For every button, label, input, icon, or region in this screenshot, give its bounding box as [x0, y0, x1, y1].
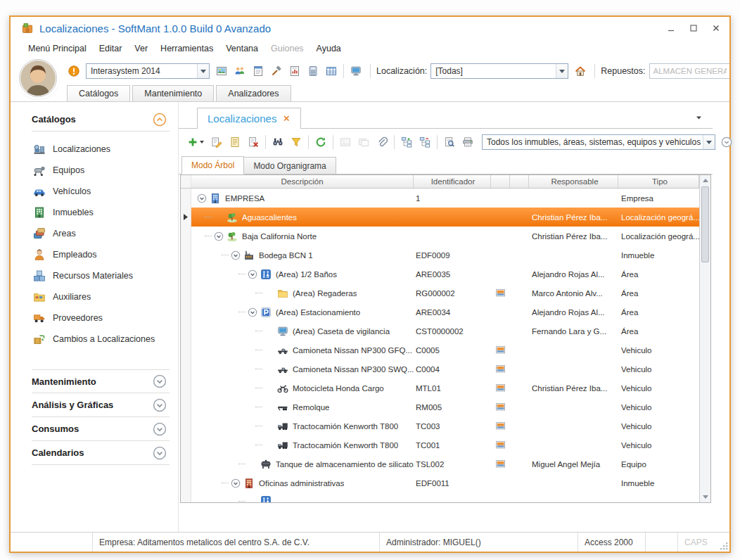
delete-button[interactable]: [245, 134, 262, 151]
circle-up-icon[interactable]: [153, 113, 167, 127]
tree-row-tanque-de-almacenamiento-de-silicatos[interactable]: Tanque de almacenamiento de silicatosTSL…: [181, 454, 699, 473]
minimize-button[interactable]: [666, 23, 676, 33]
table-button[interactable]: [323, 63, 340, 79]
users-button[interactable]: [231, 63, 248, 79]
column-header-descripcion[interactable]: Descripción: [191, 175, 414, 188]
tree-row-baja-california-norte[interactable]: Baja California NorteChristian Pérez Iba…: [181, 227, 699, 246]
menu-item-herramientas[interactable]: Herramientas: [154, 42, 219, 56]
add-button[interactable]: [184, 134, 207, 151]
tree-expander-icon[interactable]: [229, 478, 243, 488]
tree-expand-button[interactable]: [398, 134, 415, 151]
tree-row-tractocamion-kenworth-t800[interactable]: Tractocamión Kenworth T800TC001Vehiculo: [181, 435, 699, 454]
sidebar-section-consumos[interactable]: Consumos: [32, 417, 170, 441]
category-tab-mantenimiento[interactable]: Mantenimiento: [132, 85, 214, 101]
form-button[interactable]: [250, 63, 267, 79]
tools-button[interactable]: [268, 63, 285, 79]
attachment-icon[interactable]: [496, 289, 506, 297]
tab-list-icon[interactable]: [695, 113, 703, 122]
attachment-icon[interactable]: [496, 403, 506, 411]
sidebar-item-localizaciones[interactable]: Localizaciones: [32, 139, 170, 160]
resize-grip[interactable]: [717, 533, 729, 552]
tree-row-bodega-bcn-1[interactable]: Bodega BCN 1EDF0009Inmueble: [181, 246, 699, 265]
menu-item-ventana[interactable]: Ventana: [219, 42, 264, 56]
view-tab-modo-organigrama[interactable]: Modo Organigrama: [244, 157, 336, 174]
chevron-down-icon[interactable]: [556, 64, 568, 78]
tree-expander-icon[interactable]: [229, 250, 243, 260]
menu-item-guiones[interactable]: Guiones: [264, 42, 310, 56]
user-avatar[interactable]: [19, 59, 57, 97]
tree-row-oficinas-administrativas[interactable]: Oficinas administrativasEDF0011Inmueble: [181, 473, 699, 492]
menu-item-ver[interactable]: Ver: [128, 42, 154, 56]
vertical-scrollbar[interactable]: [699, 175, 710, 502]
repuestos-input[interactable]: [650, 64, 730, 78]
attachment-icon[interactable]: [496, 346, 506, 354]
sidebar-item-proveedores[interactable]: Proveedores: [32, 307, 170, 329]
sidebar-item-inmuebles[interactable]: Inmuebles: [32, 202, 170, 223]
chevron-down-icon[interactable]: [197, 64, 209, 78]
tab-close-icon[interactable]: [283, 115, 291, 122]
filter-combobox[interactable]: Todos los inmubles, áreas, sistemas, equ…: [482, 134, 715, 150]
scroll-up-icon[interactable]: [700, 175, 710, 186]
column-header-responsable[interactable]: Responsable: [529, 175, 618, 188]
sidebar-item-vehiculos[interactable]: Vehículos: [32, 181, 170, 202]
photo-button[interactable]: [213, 63, 230, 79]
tree-expander-icon[interactable]: [245, 307, 260, 317]
tree-row-area-1-2-banos[interactable]: (Area) 1/2 BañosARE0035Alejandro Rojas A…: [181, 265, 699, 284]
attachment-icon[interactable]: [496, 384, 506, 392]
tree-row-area-estacionamiento[interactable]: (Area) EstacionamientoARE0034Alejandro R…: [181, 303, 699, 322]
print-button[interactable]: [459, 134, 476, 151]
title-bar[interactable]: Localizaciones - SoftMant 1.0.0 Build 0 …: [11, 17, 729, 39]
filter-button[interactable]: [288, 134, 305, 151]
monitor-button[interactable]: [347, 63, 364, 79]
report-button[interactable]: [286, 63, 303, 79]
sidebar-item-areas[interactable]: Areas: [32, 223, 170, 244]
sidebar-section-mantenimiento[interactable]: Mantenimiento: [32, 369, 170, 393]
attachment-icon[interactable]: [496, 441, 506, 449]
maximize-button[interactable]: [689, 23, 698, 33]
tree-collapse-button[interactable]: [416, 134, 433, 151]
edit-button[interactable]: [208, 134, 225, 151]
home-button[interactable]: [572, 63, 589, 79]
scrollbar-thumb[interactable]: [701, 186, 709, 262]
circle-down-icon[interactable]: [153, 446, 167, 460]
close-button[interactable]: [711, 23, 721, 33]
column-header-tipo[interactable]: Tipo: [618, 175, 699, 188]
column-header-identificador[interactable]: Identificador: [414, 175, 491, 188]
sidebar-item-equipos[interactable]: Equipos: [32, 160, 170, 181]
view-doc-button[interactable]: [227, 134, 243, 151]
alert-button[interactable]: [65, 63, 82, 79]
tree-row-remolque[interactable]: RemolqueRM005Vehiculo: [181, 397, 699, 416]
chevron-down-icon[interactable]: [200, 141, 204, 146]
sidebar-item-auxiliares[interactable]: Auxiliares: [32, 286, 170, 307]
circle-down-icon[interactable]: [153, 374, 167, 388]
tree-row-area-regaderas[interactable]: (Area) RegaderasRG000002Marco Antonio Al…: [181, 284, 699, 303]
company-combobox[interactable]: Interasystem 2014: [86, 63, 210, 79]
attach-button[interactable]: [374, 134, 390, 151]
refresh-button[interactable]: [312, 134, 329, 151]
menu-item-ayuda[interactable]: Ayuda: [310, 42, 347, 56]
tree-expander-icon[interactable]: [212, 231, 226, 241]
scroll-down-icon[interactable]: [700, 492, 710, 502]
column-header-a[interactable]: [491, 175, 510, 188]
attachment-icon[interactable]: [496, 460, 506, 468]
sidebar-item-recursos-materiales[interactable]: Recursos Materiales: [32, 265, 170, 286]
print-preview-button[interactable]: [441, 134, 458, 151]
sidebar-section-analisis-y-graficas[interactable]: Análisis y Gráficas: [32, 393, 170, 417]
sidebar-item-empleados[interactable]: Empleados: [32, 244, 170, 265]
category-tab-analizadores[interactable]: Analizadores: [216, 85, 291, 101]
column-header-b[interactable]: [510, 175, 529, 188]
chevron-down-icon[interactable]: [703, 135, 715, 149]
calculator-button[interactable]: [305, 63, 321, 79]
tree-expander-icon[interactable]: [195, 193, 209, 203]
tab-localizaciones[interactable]: Localizaciones: [197, 108, 301, 129]
tree-row-partial[interactable]: [181, 492, 699, 502]
find-button[interactable]: [269, 134, 286, 151]
tree-row-area-caseta-de-vigilancia[interactable]: (Area) Caseta de vigilanciaCST0000002Fer…: [181, 322, 699, 341]
tree-row-tractocamion-kenworth-t800[interactable]: Tractocamión Kenworth T800TC003Vehiculo: [181, 416, 699, 435]
tree-row-motocicleta-honda-cargo[interactable]: Motocicleta Honda CargoMTL01Christian Pé…: [181, 378, 699, 397]
tree-row-aguascalientes[interactable]: AguascalientesChristian Pérez Iba...Loca…: [181, 208, 699, 227]
sidebar-section-calendarios[interactable]: Calendarios: [32, 441, 170, 465]
menu-item-editar[interactable]: Editar: [93, 42, 129, 56]
tree-row-camioneta-nissan-np300-gfq[interactable]: Camioneta Nissan NP300 GFQ...C0005Vehicu…: [181, 341, 699, 359]
attachment-icon[interactable]: [496, 422, 506, 430]
